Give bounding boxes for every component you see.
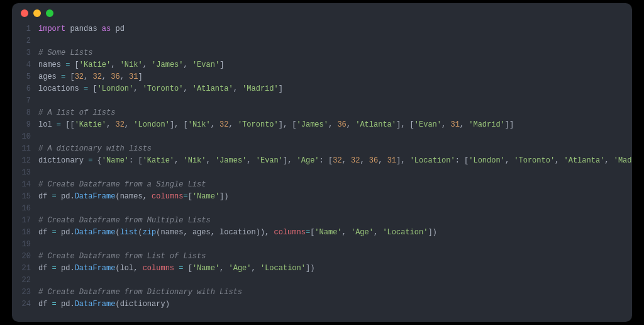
code-line[interactable]: # Create Dataframe from Dictionary with … bbox=[38, 287, 632, 299]
token: 'Name' bbox=[192, 264, 219, 273]
editor-area[interactable]: 123456789101112131415161718192021222324 … bbox=[12, 23, 632, 322]
line-number: 7 bbox=[12, 95, 31, 107]
line-number: 23 bbox=[12, 287, 31, 299]
code-line[interactable]: import pandas as pd bbox=[38, 23, 632, 35]
token: = bbox=[52, 264, 57, 273]
minimize-icon[interactable] bbox=[33, 9, 41, 17]
token: ] bbox=[219, 60, 224, 69]
line-number: 20 bbox=[12, 251, 31, 263]
code-line[interactable] bbox=[38, 239, 632, 251]
token: columns bbox=[143, 264, 174, 273]
token: 36 bbox=[369, 156, 378, 165]
token: pd bbox=[111, 25, 125, 33]
line-number: 18 bbox=[12, 227, 31, 239]
token: , bbox=[374, 228, 382, 237]
token: , bbox=[555, 156, 564, 165]
token: [ bbox=[70, 60, 79, 69]
code-line[interactable] bbox=[38, 131, 632, 143]
code-line[interactable]: # A list of lists bbox=[38, 107, 632, 119]
token: dictionary bbox=[38, 156, 88, 165]
token: df bbox=[38, 264, 52, 273]
line-number: 14 bbox=[12, 179, 31, 191]
token: ], bbox=[283, 156, 297, 165]
code-line[interactable]: # Create Dataframe from Multiple Lists bbox=[38, 215, 632, 227]
code-line[interactable] bbox=[38, 275, 632, 287]
token: , bbox=[460, 120, 469, 129]
code-line[interactable] bbox=[38, 167, 632, 179]
line-number: 15 bbox=[12, 191, 31, 203]
code-line[interactable] bbox=[38, 35, 632, 47]
token: 32 bbox=[115, 120, 124, 129]
token: 'Katie' bbox=[75, 120, 106, 129]
token: , bbox=[441, 120, 450, 129]
line-number: 24 bbox=[12, 299, 31, 311]
token: , bbox=[219, 264, 228, 273]
token: 'Toronto' bbox=[143, 84, 184, 93]
token: 'Katie' bbox=[79, 60, 111, 69]
token: lol bbox=[38, 120, 57, 129]
token: 'Evan' bbox=[414, 120, 441, 129]
line-number: 12 bbox=[12, 155, 31, 167]
line-number: 13 bbox=[12, 167, 31, 179]
code-line[interactable]: # A dictionary with lists bbox=[38, 143, 632, 155]
token: = bbox=[52, 228, 57, 237]
code-line[interactable]: df = pd.DataFrame(names, columns=['Name'… bbox=[38, 191, 632, 203]
token: [[ bbox=[61, 120, 75, 129]
token: , bbox=[360, 156, 369, 165]
line-number: 9 bbox=[12, 119, 31, 131]
token: 36 bbox=[337, 120, 346, 129]
token: = bbox=[57, 120, 61, 129]
code-line[interactable]: # Create Dataframe from a Single List bbox=[38, 179, 632, 191]
token: ]] bbox=[505, 120, 514, 129]
code-line[interactable] bbox=[38, 203, 632, 215]
code-line[interactable]: dictionary = {'Name': ['Katie', 'Nik', '… bbox=[38, 155, 632, 167]
token: pd. bbox=[57, 192, 75, 201]
token: pd. bbox=[57, 228, 75, 237]
token: 'Name' bbox=[192, 192, 219, 201]
line-number: 2 bbox=[12, 35, 31, 47]
token: ]) bbox=[219, 192, 228, 201]
code-line[interactable]: ages = [32, 32, 36, 31] bbox=[38, 71, 632, 83]
token: , bbox=[229, 120, 238, 129]
token: 'Name' bbox=[102, 156, 129, 165]
token: 'London' bbox=[97, 84, 134, 93]
token: (lol, bbox=[115, 264, 142, 273]
token: 32 bbox=[333, 156, 341, 165]
token: 'James' bbox=[297, 120, 328, 129]
code-line[interactable]: df = pd.DataFrame(lol, columns = ['Name'… bbox=[38, 263, 632, 275]
token: , bbox=[102, 72, 111, 81]
code-content[interactable]: import pandas as pd # Some Listsnames = … bbox=[38, 23, 632, 311]
token: 'Nik' bbox=[120, 60, 143, 69]
code-line[interactable]: # Some Lists bbox=[38, 47, 632, 59]
line-number-gutter: 123456789101112131415161718192021222324 bbox=[12, 23, 38, 311]
token: ], [ bbox=[170, 120, 188, 129]
code-line[interactable]: # Create Dataframe from List of Lists bbox=[38, 251, 632, 263]
code-line[interactable]: names = ['Katie', 'Nik', 'James', 'Evan'… bbox=[38, 59, 632, 71]
token: [ bbox=[88, 84, 97, 93]
token: # Create Dataframe from a Single List bbox=[38, 180, 206, 189]
code-line[interactable]: lol = [['Katie', 32, 'London'], ['Nik', … bbox=[38, 119, 632, 131]
token: 'Nik' bbox=[183, 156, 206, 165]
token: 'Atlanta' bbox=[355, 120, 396, 129]
code-line[interactable]: df = pd.DataFrame(dictionary) bbox=[38, 299, 632, 311]
token: 'Evan' bbox=[192, 60, 219, 69]
token: # Some Lists bbox=[38, 48, 92, 57]
token: ( bbox=[138, 228, 142, 237]
line-number: 19 bbox=[12, 239, 31, 251]
token: 'James' bbox=[152, 60, 183, 69]
code-line[interactable]: locations = ['London', 'Toronto', 'Atlan… bbox=[38, 83, 632, 95]
token: , bbox=[183, 84, 192, 93]
token: = bbox=[52, 300, 57, 309]
token: ], bbox=[396, 156, 410, 165]
token: pandas bbox=[65, 25, 102, 33]
code-line[interactable] bbox=[38, 95, 632, 107]
close-icon[interactable] bbox=[21, 9, 28, 17]
token: , bbox=[211, 120, 219, 129]
token: df bbox=[38, 300, 52, 309]
maximize-icon[interactable] bbox=[46, 9, 53, 17]
token: 'Madrid' bbox=[242, 84, 279, 93]
code-line[interactable]: df = pd.DataFrame(list(zip(names, ages, … bbox=[38, 227, 632, 239]
token: # Create Dataframe from List of Lists bbox=[38, 252, 206, 261]
token: df bbox=[38, 192, 52, 201]
token: 'Toronto' bbox=[514, 156, 555, 165]
